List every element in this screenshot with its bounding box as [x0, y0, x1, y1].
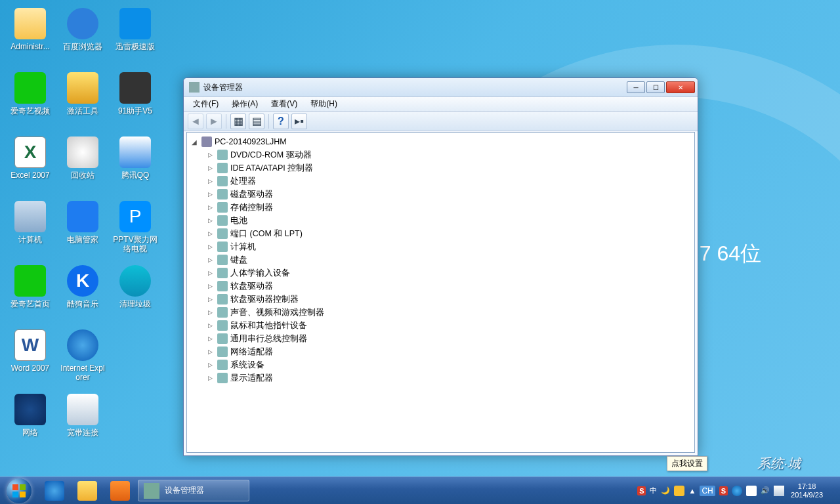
tree-node[interactable]: ▷处理器	[187, 175, 694, 188]
desktop-icon[interactable]: WWord 2007	[5, 327, 55, 387]
tree-node[interactable]: ▷计算机	[187, 240, 694, 253]
tree-node[interactable]: ▷DVD/CD-ROM 驱动器	[187, 148, 694, 161]
desktop-icon[interactable]: Internet Explorer	[58, 327, 108, 387]
expand-icon[interactable]: ▷	[207, 257, 213, 263]
tree-node[interactable]: ▷端口 (COM 和 LPT)	[187, 227, 694, 240]
tree-node[interactable]: ▷声音、视频和游戏控制器	[187, 306, 694, 319]
expand-icon[interactable]: ▷	[207, 335, 213, 342]
desktop-icon[interactable]: 网络	[5, 391, 55, 452]
desktop-icon[interactable]: PPPTV聚力网络电视	[110, 198, 160, 259]
expand-icon[interactable]: ▷	[207, 296, 213, 303]
tree-node[interactable]: ▷系统设备	[187, 358, 694, 371]
view-list-button[interactable]: ▦	[230, 114, 246, 129]
device-category-icon	[217, 202, 228, 213]
tree-node[interactable]: ▷通用串行总线控制器	[187, 332, 694, 345]
expand-icon[interactable]: ▷	[207, 362, 213, 368]
desktop-icon-label: 宽带连接	[67, 428, 98, 437]
expand-icon[interactable]: ▷	[207, 270, 213, 276]
tree-node[interactable]: ▷人体学输入设备	[187, 266, 694, 280]
moon-icon[interactable]: 🌙	[661, 486, 670, 495]
desktop-icon[interactable]: Administr...	[5, 5, 55, 66]
app-icon: W	[14, 329, 46, 361]
ime-text[interactable]: 中	[650, 486, 657, 495]
minimize-button[interactable]: ─	[627, 81, 645, 93]
maximize-button[interactable]: ☐	[646, 81, 665, 93]
expand-icon[interactable]: ▷	[207, 283, 213, 289]
app-icon	[14, 265, 46, 297]
desktop-icon[interactable]: XExcel 2007	[5, 134, 55, 194]
desktop-icon[interactable]: 腾讯QQ	[110, 134, 160, 194]
desktop-icon[interactable]: 百度浏览器	[58, 5, 108, 66]
tree-node[interactable]: ▷存储控制器	[187, 201, 694, 214]
expand-icon[interactable]: ▷	[207, 309, 213, 316]
expand-icon[interactable]: ▷	[207, 217, 213, 224]
close-button[interactable]: ✕	[666, 81, 695, 93]
menu-item[interactable]: 帮助(H)	[305, 97, 343, 111]
menu-item[interactable]: 查看(V)	[266, 97, 303, 111]
desktop-icon[interactable]: 清理垃圾	[110, 262, 160, 323]
flag-icon[interactable]	[746, 486, 757, 496]
volume-icon[interactable]: 🔊	[761, 486, 770, 495]
expand-icon[interactable]: ▷	[207, 165, 213, 171]
desktop-icon[interactable]: 迅雷极速版	[110, 5, 160, 66]
expand-icon[interactable]: ▷	[207, 178, 213, 184]
sogou-badge-icon[interactable]: S	[637, 486, 646, 495]
tree-node[interactable]: ▷电池	[187, 214, 694, 227]
desktop-icon-label: 百度浏览器	[63, 42, 102, 51]
tree-node[interactable]: ▷网络适配器	[187, 345, 694, 358]
tree-node[interactable]: ▷鼠标和其他指针设备	[187, 319, 694, 332]
tray-chevron-icon[interactable]: ▲	[688, 487, 696, 495]
expand-icon[interactable]: ▷	[207, 191, 213, 198]
tray-shield-icon[interactable]	[732, 486, 742, 496]
task-device-manager[interactable]: 设备管理器	[138, 480, 249, 501]
tray-red-badge-icon[interactable]: S	[719, 486, 728, 495]
desktop-icon[interactable]: 爱奇艺首页	[5, 262, 55, 323]
tree-node[interactable]: ▷显示适配器	[187, 371, 694, 385]
pinned-explorer[interactable]	[71, 477, 104, 504]
device-category-icon	[217, 373, 228, 383]
language-indicator[interactable]: CH	[700, 486, 715, 496]
expand-icon[interactable]: ▷	[207, 375, 213, 381]
desktop-icon[interactable]: 宽带连接	[58, 391, 108, 452]
desktop-icon-label: 酷狗音乐	[67, 299, 98, 308]
device-tree-panel[interactable]: ◢PC-20140923LJHM▷DVD/CD-ROM 驱动器▷IDE ATA/…	[186, 132, 695, 453]
tree-node[interactable]: ▷软盘驱动器	[187, 280, 694, 293]
expand-icon[interactable]: ▷	[207, 348, 213, 355]
task-label: 设备管理器	[165, 485, 204, 496]
pinned-media-player[interactable]	[104, 477, 136, 504]
menu-item[interactable]: 操作(A)	[226, 97, 263, 111]
tray-notif-icon[interactable]	[674, 486, 684, 496]
desktop-icon[interactable]: K酷狗音乐	[58, 262, 108, 323]
help-button[interactable]: ?	[273, 114, 289, 129]
menu-item[interactable]: 文件(F)	[188, 97, 224, 111]
expand-icon[interactable]: ▷	[207, 230, 213, 237]
tree-node[interactable]: ▷键盘	[187, 253, 694, 266]
desktop-icon[interactable]: 激活工具	[58, 70, 108, 130]
network-icon[interactable]	[774, 486, 784, 496]
desktop-icon-label: 电脑管家	[67, 235, 98, 244]
expand-icon[interactable]: ▷	[207, 243, 213, 250]
desktop-icon[interactable]: 爱奇艺视频	[5, 70, 55, 130]
tree-node[interactable]: ▷软盘驱动器控制器	[187, 293, 694, 306]
tree-node[interactable]: ▷磁盘驱动器	[187, 188, 694, 201]
desktop-icon[interactable]: 计算机	[5, 198, 55, 259]
scan-button[interactable]: ▸▪	[291, 114, 307, 129]
start-button[interactable]	[0, 477, 38, 504]
desktop-icon[interactable]: 91助手V5	[110, 70, 160, 130]
collapse-icon[interactable]: ◢	[191, 138, 198, 145]
desktop-icon-label: Excel 2007	[10, 171, 49, 180]
expand-icon[interactable]: ▷	[207, 322, 213, 329]
expand-icon[interactable]: ▷	[207, 152, 213, 158]
app-icon: K	[67, 265, 98, 297]
expand-icon[interactable]: ▷	[207, 204, 213, 211]
taskbar-clock[interactable]: 17:18 2014/9/23	[788, 482, 826, 499]
view-grid-button[interactable]: ▤	[249, 114, 264, 129]
device-category-icon	[217, 150, 228, 160]
pinned-ie[interactable]	[38, 477, 71, 504]
tree-node[interactable]: ▷IDE ATA/ATAPI 控制器	[187, 161, 694, 175]
tree-root-node[interactable]: ◢PC-20140923LJHM	[187, 135, 694, 148]
window-titlebar[interactable]: 设备管理器 ─ ☐ ✕	[184, 78, 698, 97]
desktop-icon[interactable]: 回收站	[58, 134, 108, 194]
device-category-icon	[217, 176, 228, 186]
desktop-icon[interactable]: 电脑管家	[58, 198, 108, 259]
